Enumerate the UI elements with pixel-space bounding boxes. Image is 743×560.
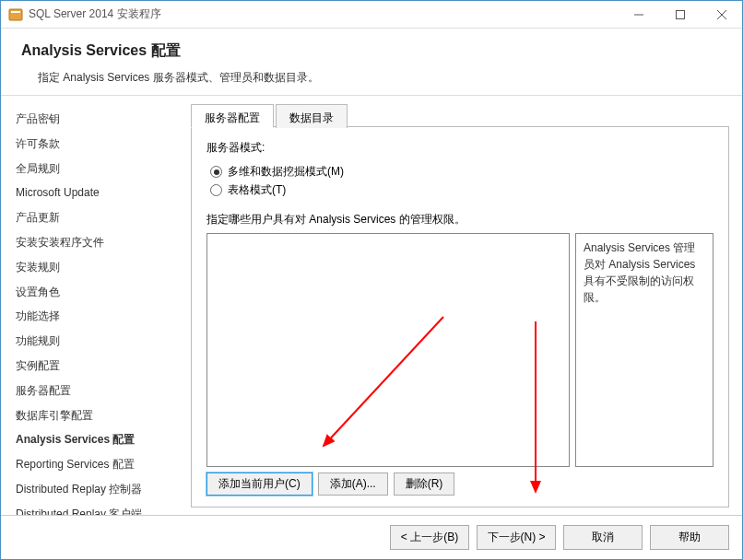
radio-icon <box>210 184 222 196</box>
svg-rect-3 <box>676 10 684 18</box>
sidebar-item[interactable]: 许可条款 <box>16 132 185 157</box>
window-controls <box>618 1 742 28</box>
sidebar-item[interactable]: 功能规则 <box>16 329 185 354</box>
cancel-button[interactable]: 取消 <box>563 525 643 550</box>
admin-list[interactable] <box>206 233 570 467</box>
radio-label: 多维和数据挖掘模式(M) <box>228 164 344 180</box>
remove-user-button[interactable]: 删除(R) <box>394 472 455 496</box>
add-user-button[interactable]: 添加(A)... <box>318 472 388 496</box>
sidebar-item[interactable]: 功能选择 <box>16 304 185 329</box>
sidebar-item[interactable]: Analysis Services 配置 <box>16 427 185 452</box>
server-mode-option[interactable]: 多维和数据挖掘模式(M) <box>210 164 714 180</box>
svg-rect-0 <box>9 9 22 20</box>
radio-icon <box>210 166 222 178</box>
tab-strip: 服务器配置数据目录 <box>191 103 729 127</box>
titlebar: SQL Server 2014 安装程序 <box>1 1 742 29</box>
minimize-button[interactable] <box>618 1 659 28</box>
sidebar-item[interactable]: 产品更新 <box>16 205 185 230</box>
admin-button-row: 添加当前用户(C) 添加(A)... 删除(R) <box>206 472 714 496</box>
back-button[interactable]: < 上一步(B) <box>390 525 469 550</box>
footer: < 上一步(B) 下一步(N) > 取消 帮助 <box>1 515 742 559</box>
next-button[interactable]: 下一步(N) > <box>477 525 556 550</box>
close-button[interactable] <box>701 1 742 28</box>
admin-row: Analysis Services 管理员对 Analysis Services… <box>206 233 714 467</box>
server-mode-option[interactable]: 表格模式(T) <box>210 182 714 198</box>
permission-description: 指定哪些用户具有对 Analysis Services 的管理权限。 <box>206 212 714 228</box>
tab-content-server-config: 服务器模式: 多维和数据挖掘模式(M)表格模式(T) 指定哪些用户具有对 Ana… <box>191 127 729 508</box>
window-title: SQL Server 2014 安装程序 <box>29 6 618 22</box>
sidebar-item[interactable]: 实例配置 <box>16 354 185 379</box>
sidebar-item[interactable]: Reporting Services 配置 <box>16 452 185 477</box>
help-button[interactable]: 帮助 <box>650 525 729 550</box>
sidebar-item[interactable]: 产品密钥 <box>16 107 185 132</box>
body: 产品密钥许可条款全局规则Microsoft Update产品更新安装安装程序文件… <box>1 96 742 515</box>
sidebar-item[interactable]: 设置角色 <box>16 280 185 305</box>
installer-window: SQL Server 2014 安装程序 Analysis Services 配… <box>0 0 743 560</box>
tab[interactable]: 数据目录 <box>276 104 348 128</box>
admin-info-box: Analysis Services 管理员对 Analysis Services… <box>575 233 714 467</box>
tab[interactable]: 服务器配置 <box>191 104 274 128</box>
sidebar: 产品密钥许可条款全局规则Microsoft Update产品更新安装安装程序文件… <box>1 96 185 515</box>
add-current-user-button[interactable]: 添加当前用户(C) <box>206 472 313 496</box>
server-mode-label: 服务器模式: <box>206 140 714 156</box>
sidebar-item[interactable]: Distributed Replay 客户端 <box>16 502 185 515</box>
app-icon <box>8 7 23 22</box>
page-title: Analysis Services 配置 <box>21 41 722 61</box>
sidebar-item[interactable]: 全局规则 <box>16 157 185 181</box>
sidebar-item[interactable]: 安装规则 <box>16 255 185 280</box>
sidebar-item[interactable]: Distributed Replay 控制器 <box>16 477 185 502</box>
main-panel: 服务器配置数据目录 服务器模式: 多维和数据挖掘模式(M)表格模式(T) 指定哪… <box>185 96 742 515</box>
svg-rect-1 <box>11 11 20 13</box>
sidebar-item[interactable]: Microsoft Update <box>16 181 185 205</box>
radio-label: 表格模式(T) <box>228 182 286 198</box>
sidebar-item[interactable]: 数据库引擎配置 <box>16 403 185 428</box>
sidebar-item[interactable]: 服务器配置 <box>16 379 185 403</box>
maximize-button[interactable] <box>659 1 701 28</box>
sidebar-item[interactable]: 安装安装程序文件 <box>16 230 185 255</box>
page-header: Analysis Services 配置 指定 Analysis Service… <box>1 29 742 96</box>
page-subtitle: 指定 Analysis Services 服务器模式、管理员和数据目录。 <box>21 70 722 86</box>
